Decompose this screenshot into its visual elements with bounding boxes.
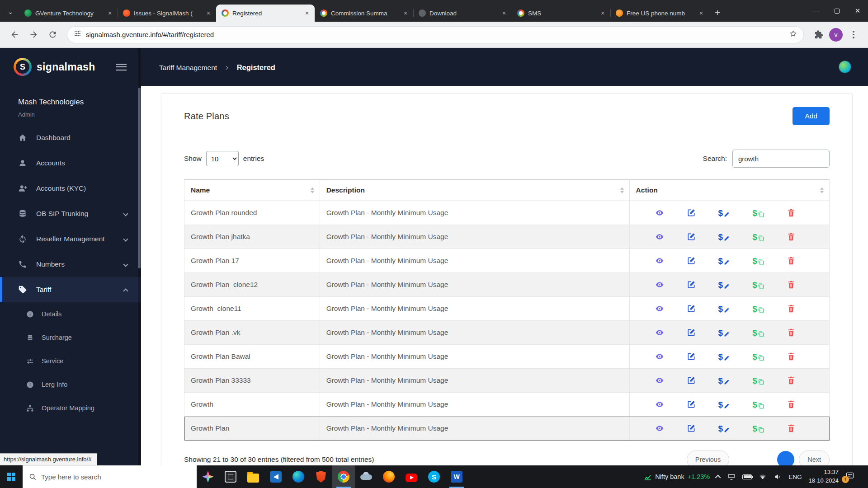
- extensions-icon[interactable]: [810, 27, 826, 43]
- sidebar-scrollbar[interactable]: [138, 48, 141, 465]
- view-icon[interactable]: [655, 352, 664, 361]
- rate-copy-icon[interactable]: $: [752, 233, 764, 241]
- edit-icon[interactable]: [687, 256, 696, 265]
- display-icon[interactable]: [727, 473, 736, 481]
- next-page-button[interactable]: Next: [799, 450, 830, 465]
- tab-close-icon[interactable]: ×: [303, 9, 311, 17]
- description-column-header[interactable]: Description: [320, 180, 629, 201]
- sidebar-item[interactable]: Numbers: [0, 252, 141, 277]
- rate-copy-icon[interactable]: $: [752, 400, 764, 409]
- delete-icon[interactable]: [787, 280, 796, 289]
- rate-copy-icon[interactable]: $: [752, 328, 764, 337]
- volume-icon[interactable]: [774, 473, 782, 481]
- taskbar-app[interactable]: [197, 465, 219, 488]
- address-bar[interactable]: signalmash.gventure.info/#/tariff/regist…: [67, 26, 804, 43]
- browser-tab[interactable]: SMS ×: [512, 5, 610, 22]
- rate-edit-icon[interactable]: $: [718, 233, 730, 241]
- name-column-header[interactable]: Name: [184, 180, 320, 201]
- bookmark-icon[interactable]: [789, 30, 797, 39]
- rate-copy-icon[interactable]: $: [752, 352, 764, 361]
- browser-tab[interactable]: Registered ×: [216, 5, 315, 22]
- rate-copy-icon[interactable]: $: [752, 209, 764, 217]
- view-icon[interactable]: [655, 376, 664, 385]
- sidebar-subitem[interactable]: Operator Mapping: [0, 396, 141, 420]
- rate-copy-icon[interactable]: $: [752, 305, 764, 313]
- clock[interactable]: 13:37 18-10-2024: [809, 468, 839, 485]
- view-icon[interactable]: [655, 328, 664, 337]
- page-number-button[interactable]: [755, 451, 773, 465]
- view-icon[interactable]: [655, 424, 664, 433]
- tab-close-icon[interactable]: ×: [401, 9, 410, 17]
- rate-copy-icon[interactable]: $: [752, 257, 764, 265]
- rate-edit-icon[interactable]: $: [718, 281, 730, 289]
- tab-search-button[interactable]: ⌄: [4, 5, 17, 19]
- delete-icon[interactable]: [787, 424, 796, 433]
- edit-icon[interactable]: [687, 328, 696, 337]
- edit-icon[interactable]: [687, 280, 696, 289]
- browser-tab[interactable]: Download ×: [413, 5, 512, 22]
- edit-icon[interactable]: [687, 304, 696, 313]
- sidebar-subitem[interactable]: Surcharge: [0, 326, 141, 349]
- delete-icon[interactable]: [787, 256, 796, 265]
- edit-icon[interactable]: [687, 376, 696, 385]
- tab-close-icon[interactable]: ×: [697, 9, 705, 17]
- edit-icon[interactable]: [687, 352, 696, 361]
- edit-icon[interactable]: [687, 400, 696, 409]
- sidebar-subitem[interactable]: Lerg Info: [0, 373, 141, 396]
- scrollbar-thumb[interactable]: [138, 88, 141, 268]
- rate-edit-icon[interactable]: $: [718, 209, 730, 217]
- taskbar-app[interactable]: [400, 465, 423, 488]
- rate-edit-icon[interactable]: $: [718, 352, 730, 361]
- rate-edit-icon[interactable]: $: [718, 257, 730, 265]
- page-length-select[interactable]: 10: [206, 151, 239, 166]
- view-icon[interactable]: [655, 208, 664, 217]
- user-avatar[interactable]: [839, 61, 851, 73]
- new-tab-button[interactable]: +: [711, 5, 724, 19]
- rate-edit-icon[interactable]: $: [718, 400, 730, 409]
- view-icon[interactable]: [655, 232, 664, 241]
- taskbar-app[interactable]: [377, 465, 400, 488]
- stock-ticker[interactable]: Nifty bank +1.23%: [644, 473, 710, 481]
- browser-menu-icon[interactable]: [845, 27, 862, 43]
- sidebar-item[interactable]: Accounts (KYC): [0, 176, 141, 201]
- delete-icon[interactable]: [787, 400, 796, 409]
- minimize-button[interactable]: [806, 0, 826, 22]
- sidebar-item[interactable]: OB SIP Trunking: [0, 201, 141, 226]
- view-icon[interactable]: [655, 304, 664, 313]
- rate-copy-icon[interactable]: $: [752, 376, 764, 385]
- breadcrumb-parent[interactable]: Tariff Management: [159, 64, 217, 71]
- taskbar-app[interactable]: [287, 465, 310, 488]
- taskbar-app[interactable]: [264, 465, 287, 488]
- view-icon[interactable]: [655, 400, 664, 409]
- tab-close-icon[interactable]: ×: [500, 9, 508, 17]
- hamburger-menu-icon[interactable]: [113, 61, 129, 73]
- delete-icon[interactable]: [787, 232, 796, 241]
- rate-copy-icon[interactable]: $: [752, 281, 764, 289]
- delete-icon[interactable]: [787, 304, 796, 313]
- sidebar-item[interactable]: Reseller Management: [0, 226, 141, 252]
- url-text[interactable]: signalmash.gventure.info/#/tariff/regist…: [86, 31, 785, 38]
- tab-close-icon[interactable]: ×: [106, 9, 114, 17]
- taskbar-app[interactable]: [355, 465, 377, 488]
- language-indicator[interactable]: ENG: [788, 474, 802, 480]
- delete-icon[interactable]: [787, 328, 796, 337]
- start-button[interactable]: [0, 465, 23, 488]
- edit-icon[interactable]: [687, 208, 696, 217]
- edit-icon[interactable]: [687, 424, 696, 433]
- rate-copy-icon[interactable]: $: [752, 424, 764, 433]
- battery-icon[interactable]: [742, 474, 752, 479]
- sidebar-subitem[interactable]: Service: [0, 349, 141, 373]
- wifi-icon[interactable]: [759, 473, 767, 481]
- rate-edit-icon[interactable]: $: [718, 328, 730, 337]
- tab-close-icon[interactable]: ×: [599, 9, 607, 17]
- taskbar-search[interactable]: [23, 465, 197, 488]
- taskbar-search-input[interactable]: [41, 473, 190, 481]
- sidebar-item[interactable]: Dashboard: [0, 125, 141, 150]
- rate-edit-icon[interactable]: $: [718, 305, 730, 313]
- back-button[interactable]: [6, 27, 23, 43]
- sidebar-item[interactable]: Tariff: [0, 277, 141, 302]
- taskbar-app[interactable]: [332, 465, 355, 488]
- profile-avatar[interactable]: v: [829, 28, 843, 42]
- sidebar-subitem[interactable]: Details: [0, 302, 141, 326]
- tray-expand-icon[interactable]: [717, 475, 721, 479]
